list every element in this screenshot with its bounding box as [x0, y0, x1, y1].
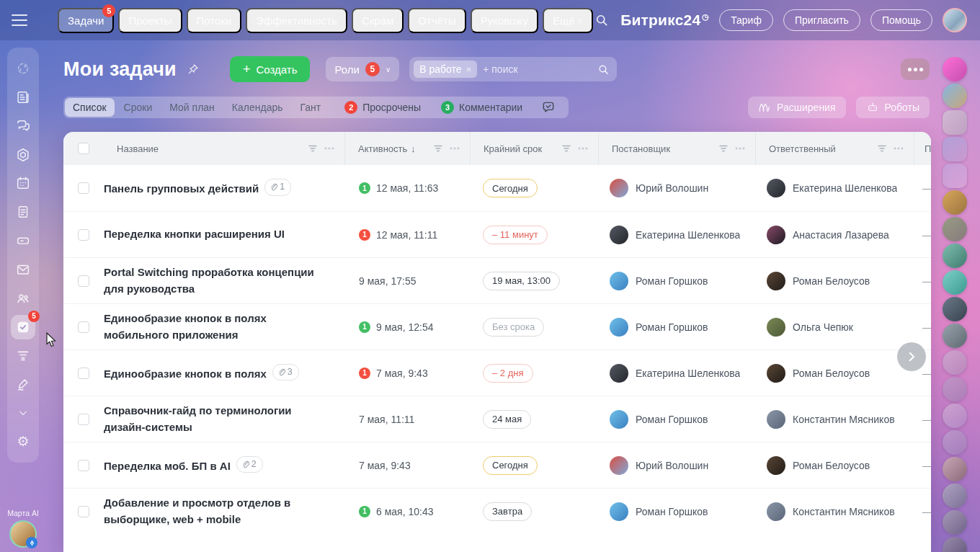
- column-header-4[interactable]: Ответственный: [755, 132, 914, 165]
- responsible-cell[interactable]: Анастасия Лазарева: [755, 226, 914, 244]
- comments-filter[interactable]: 3 Комментарии: [437, 100, 527, 115]
- row-checkbox[interactable]: [78, 321, 89, 333]
- tab-3[interactable]: Календарь: [224, 98, 291, 117]
- creator-cell[interactable]: Екатерина Шеленкова: [598, 226, 755, 244]
- creator-cell[interactable]: Юрий Волошин: [598, 179, 755, 197]
- documents-icon[interactable]: [11, 200, 35, 224]
- creator-cell[interactable]: Роман Горшков: [598, 272, 755, 290]
- creator-cell[interactable]: Роман Горшков: [598, 502, 755, 521]
- feedback-icon[interactable]: [537, 99, 560, 115]
- user-avatar[interactable]: [943, 457, 967, 481]
- task-title[interactable]: Добавление и просмотр отделов в выборщик…: [104, 497, 290, 525]
- responsible-cell[interactable]: Роман Белоусов: [755, 364, 914, 383]
- user-avatar[interactable]: [943, 324, 967, 348]
- row-checkbox[interactable]: [78, 460, 89, 471]
- copilot-icon[interactable]: [11, 56, 35, 81]
- robots-button[interactable]: Роботы: [856, 97, 930, 118]
- topnav-item-5[interactable]: Отчёты: [408, 8, 466, 33]
- tariff-button[interactable]: Тариф: [719, 9, 773, 31]
- chevron-down-icon[interactable]: [11, 401, 35, 425]
- overdue-filter[interactable]: 2 Просрочены: [340, 100, 425, 115]
- deadline-chip[interactable]: 19 мая, 13:00: [483, 272, 560, 290]
- user-avatar[interactable]: [943, 537, 967, 552]
- user-avatar[interactable]: [943, 350, 967, 375]
- create-task-button[interactable]: + Создать: [230, 56, 311, 82]
- help-button[interactable]: Помощь: [870, 9, 932, 31]
- filter-icon[interactable]: [434, 144, 442, 153]
- user-avatar[interactable]: [943, 510, 967, 535]
- task-title[interactable]: Единообразие кнопок в полях: [104, 368, 267, 380]
- row-checkbox[interactable]: [78, 275, 89, 287]
- user-avatar[interactable]: [943, 430, 967, 455]
- column-header-3[interactable]: Постановщик: [598, 132, 755, 165]
- drive-icon[interactable]: [11, 228, 35, 253]
- tab-1[interactable]: Сроки: [116, 98, 161, 117]
- table-row[interactable]: Панель групповых действий1 1 12 мая, 11:…: [63, 165, 931, 211]
- responsible-cell[interactable]: Ольга Чепюк: [755, 318, 914, 337]
- topnav-item-3[interactable]: Эффективность: [246, 8, 347, 33]
- user-avatar[interactable]: [943, 377, 967, 401]
- user-avatar[interactable]: [943, 404, 967, 428]
- topnav-item-2[interactable]: Потоки: [187, 8, 242, 33]
- invite-button[interactable]: Пригласить: [783, 9, 860, 31]
- filter-icon[interactable]: [719, 144, 728, 153]
- mail-icon[interactable]: [11, 257, 35, 282]
- hamburger-menu-icon[interactable]: [12, 14, 27, 26]
- table-row[interactable]: Переделка моб. БП в AI2 7 мая, 9:43 Сего…: [63, 442, 931, 488]
- calendar-icon[interactable]: [11, 171, 35, 195]
- crm-icon[interactable]: [11, 343, 35, 368]
- row-checkbox[interactable]: [78, 414, 89, 425]
- column-menu-icon[interactable]: [324, 147, 334, 150]
- select-all-checkbox[interactable]: [78, 143, 89, 154]
- user-avatar[interactable]: [943, 297, 967, 321]
- table-row[interactable]: Единообразие кнопок в полях3 1 7 мая, 9:…: [63, 350, 931, 396]
- column-header-5[interactable]: П: [914, 132, 931, 165]
- row-checkbox[interactable]: [78, 368, 89, 379]
- user-avatar[interactable]: [943, 190, 967, 215]
- creator-cell[interactable]: Юрий Волошин: [598, 456, 755, 475]
- tab-4[interactable]: Гант: [293, 98, 329, 117]
- topnav-item-1[interactable]: Проекты: [118, 8, 182, 33]
- task-title[interactable]: Единообразие кнопок в полях мобильного п…: [104, 312, 267, 340]
- scroll-right-button[interactable]: [897, 342, 926, 371]
- responsible-cell[interactable]: Роман Белоусов: [755, 456, 914, 475]
- topnav-item-6[interactable]: Руковожу: [471, 8, 538, 33]
- deadline-chip[interactable]: Сегодня: [483, 456, 538, 475]
- deadline-chip[interactable]: 24 мая: [483, 410, 531, 429]
- column-menu-icon[interactable]: [894, 147, 904, 150]
- user-avatar[interactable]: [943, 164, 967, 188]
- task-title[interactable]: Portal Switching проработка концепции дл…: [104, 266, 314, 294]
- row-checkbox[interactable]: [78, 229, 89, 241]
- tab-0[interactable]: Список: [65, 98, 115, 117]
- topnav-item-4[interactable]: Скрам: [352, 8, 404, 33]
- filter-icon[interactable]: [308, 144, 317, 153]
- filter-icon[interactable]: [562, 144, 571, 153]
- table-row[interactable]: Добавление и просмотр отделов в выборщик…: [63, 488, 931, 534]
- row-checkbox[interactable]: [78, 182, 89, 194]
- filter-chip-in-progress[interactable]: В работе ×: [414, 61, 477, 78]
- column-menu-icon[interactable]: [735, 147, 745, 150]
- user-avatar[interactable]: [943, 244, 967, 268]
- task-title[interactable]: Справочник-гайд по терминологии дизайн-с…: [104, 404, 292, 432]
- table-row[interactable]: Справочник-гайд по терминологии дизайн-с…: [63, 396, 931, 442]
- creator-cell[interactable]: Роман Горшков: [598, 318, 755, 337]
- column-menu-icon[interactable]: [450, 147, 460, 150]
- roles-dropdown[interactable]: Роли 5 ∨: [326, 57, 399, 81]
- user-avatar[interactable]: [943, 110, 967, 135]
- tasks-icon[interactable]: 5: [11, 315, 35, 339]
- news-feed-icon[interactable]: [11, 85, 35, 110]
- task-title[interactable]: Панель групповых действий: [104, 182, 259, 195]
- pin-icon[interactable]: [185, 61, 201, 77]
- more-actions-button[interactable]: [901, 58, 930, 80]
- deadline-chip[interactable]: – 11 минут: [483, 226, 548, 244]
- column-header-1[interactable]: Активность ↓: [344, 132, 470, 165]
- people-icon[interactable]: [11, 286, 35, 311]
- table-row[interactable]: Portal Switching проработка концепции дл…: [63, 257, 931, 303]
- filter-icon[interactable]: [878, 144, 886, 153]
- user-avatar[interactable]: [943, 84, 967, 108]
- responsible-cell[interactable]: Екатерина Шеленкова: [755, 179, 914, 197]
- extensions-button[interactable]: Расширения: [748, 97, 845, 118]
- deadline-chip[interactable]: Сегодня: [483, 179, 538, 197]
- tab-2[interactable]: Мой план: [161, 98, 223, 117]
- deadline-chip[interactable]: – 2 дня: [483, 364, 533, 383]
